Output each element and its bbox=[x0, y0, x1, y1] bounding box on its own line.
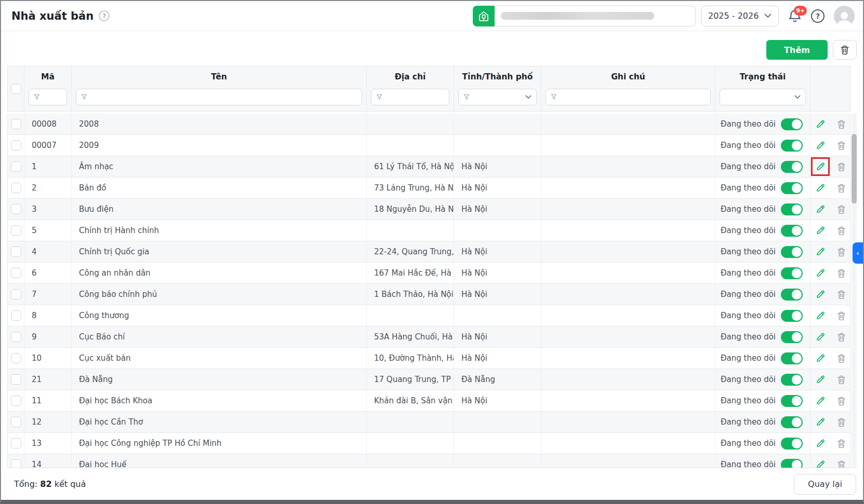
status-toggle[interactable] bbox=[781, 246, 803, 258]
row-checkbox[interactable] bbox=[11, 417, 21, 427]
delete-row-button[interactable] bbox=[832, 242, 851, 261]
status-toggle[interactable] bbox=[781, 289, 803, 301]
filter-code-input[interactable] bbox=[29, 89, 67, 105]
back-button[interactable]: Quay lại bbox=[794, 474, 856, 495]
status-toggle[interactable] bbox=[781, 140, 803, 152]
edit-button[interactable] bbox=[811, 200, 830, 219]
edit-button[interactable] bbox=[811, 136, 830, 155]
delete-row-button[interactable] bbox=[832, 200, 851, 219]
delete-row-button[interactable] bbox=[832, 306, 851, 325]
edit-button[interactable] bbox=[811, 242, 830, 261]
edit-button[interactable] bbox=[811, 455, 830, 468]
status-toggle[interactable] bbox=[781, 225, 803, 237]
delete-row-button[interactable] bbox=[832, 221, 851, 240]
edit-button[interactable] bbox=[811, 115, 830, 133]
row-checkbox[interactable] bbox=[11, 204, 21, 214]
delete-row-button[interactable] bbox=[832, 349, 851, 367]
delete-row-button[interactable] bbox=[832, 285, 851, 304]
row-checkbox[interactable] bbox=[11, 161, 21, 172]
filter-note-input[interactable] bbox=[546, 89, 711, 105]
edit-button[interactable] bbox=[811, 285, 830, 304]
edit-button[interactable] bbox=[811, 391, 830, 410]
cell-name: Đại học Huế bbox=[72, 454, 367, 468]
home-button[interactable] bbox=[473, 6, 495, 26]
delete-row-button[interactable] bbox=[832, 328, 851, 346]
filter-status-select[interactable] bbox=[720, 89, 806, 105]
delete-row-button[interactable] bbox=[832, 370, 851, 389]
row-checkbox[interactable] bbox=[11, 310, 21, 321]
status-toggle[interactable] bbox=[781, 331, 803, 343]
edit-button[interactable] bbox=[811, 434, 830, 453]
row-checkbox[interactable] bbox=[11, 268, 21, 278]
row-checkbox[interactable] bbox=[11, 332, 21, 342]
row-checkbox[interactable] bbox=[11, 374, 21, 385]
chevron-down-icon bbox=[794, 95, 801, 99]
cell-code: 3 bbox=[24, 199, 72, 220]
status-toggle[interactable] bbox=[781, 459, 803, 469]
filter-name-input[interactable] bbox=[76, 89, 362, 105]
table-row: 9 Cục Báo chí 53A Hàng Chuối, Hà Nội Hà … bbox=[8, 326, 850, 348]
delete-row-button[interactable] bbox=[832, 434, 851, 453]
delete-row-button[interactable] bbox=[832, 115, 851, 133]
row-checkbox[interactable] bbox=[11, 225, 21, 236]
help-button[interactable]: ? bbox=[811, 9, 825, 23]
school-year-select[interactable]: 2025 - 2026 bbox=[701, 6, 779, 26]
status-toggle[interactable] bbox=[781, 438, 803, 449]
table-header: Mã Tên Địa chỉ Tỉnh/Thành phố bbox=[7, 66, 850, 112]
delete-row-button[interactable] bbox=[832, 391, 851, 410]
vertical-scrollbar[interactable] bbox=[852, 114, 857, 468]
edit-button[interactable] bbox=[811, 349, 830, 367]
edit-button[interactable] bbox=[811, 328, 830, 346]
row-checkbox[interactable] bbox=[11, 396, 21, 406]
filter-city-select[interactable] bbox=[458, 89, 537, 105]
status-toggle[interactable] bbox=[781, 395, 803, 407]
status-label: Đang theo dõi bbox=[721, 353, 776, 363]
row-checkbox[interactable] bbox=[11, 459, 21, 468]
status-toggle[interactable] bbox=[781, 267, 803, 279]
edit-button[interactable] bbox=[811, 221, 830, 240]
row-checkbox[interactable] bbox=[11, 438, 21, 448]
avatar[interactable] bbox=[834, 6, 855, 26]
title-help-icon[interactable]: ? bbox=[99, 10, 110, 21]
cell-note bbox=[541, 412, 715, 432]
row-checkbox[interactable] bbox=[11, 289, 21, 299]
edit-button[interactable] bbox=[811, 157, 830, 176]
side-panel-toggle[interactable]: ‹ bbox=[853, 242, 863, 264]
select-all-checkbox[interactable] bbox=[11, 84, 21, 94]
status-toggle[interactable] bbox=[781, 182, 803, 194]
status-label: Đang theo dõi bbox=[721, 162, 776, 171]
delete-row-button[interactable] bbox=[832, 413, 851, 431]
row-checkbox[interactable] bbox=[11, 183, 21, 193]
status-toggle[interactable] bbox=[781, 310, 803, 322]
table-row: 21 Đà Nẵng 17 Quang Trung, TP Đ... Đà Nẵ… bbox=[8, 369, 850, 390]
status-toggle[interactable] bbox=[781, 203, 803, 215]
edit-button[interactable] bbox=[811, 179, 830, 197]
scrollbar-thumb[interactable] bbox=[852, 134, 857, 203]
delete-row-button[interactable] bbox=[832, 179, 851, 197]
edit-button[interactable] bbox=[811, 264, 830, 282]
notifications-button[interactable]: 9+ bbox=[786, 7, 804, 25]
add-button[interactable]: Thêm bbox=[766, 40, 828, 60]
edit-button[interactable] bbox=[811, 413, 830, 431]
delete-row-button[interactable] bbox=[832, 136, 851, 155]
row-checkbox[interactable] bbox=[11, 353, 21, 363]
edit-button[interactable] bbox=[811, 306, 830, 325]
status-toggle[interactable] bbox=[781, 161, 803, 173]
row-checkbox[interactable] bbox=[11, 140, 21, 151]
status-toggle[interactable] bbox=[781, 118, 803, 130]
status-toggle[interactable] bbox=[781, 352, 803, 364]
status-toggle[interactable] bbox=[781, 374, 803, 386]
edit-button[interactable] bbox=[811, 370, 830, 389]
filter-address-input[interactable] bbox=[371, 89, 449, 105]
status-label: Đang theo dõi bbox=[721, 290, 776, 299]
delete-row-button[interactable] bbox=[832, 455, 851, 468]
delete-row-button[interactable] bbox=[832, 264, 851, 282]
row-checkbox[interactable] bbox=[11, 247, 21, 257]
table-row: 2 Bản đồ 73 Láng Trung, Hà Nội Hà Nội Đa… bbox=[8, 178, 850, 199]
row-checkbox[interactable] bbox=[11, 119, 21, 129]
school-search-input[interactable] bbox=[495, 6, 696, 26]
delete-row-button[interactable] bbox=[832, 157, 851, 176]
bulk-delete-button[interactable] bbox=[833, 40, 857, 60]
status-label: Đang theo dõi bbox=[721, 205, 776, 214]
status-toggle[interactable] bbox=[781, 416, 803, 428]
